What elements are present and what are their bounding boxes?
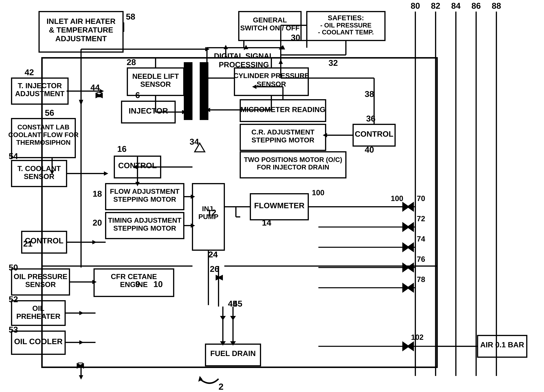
svg-text:32: 32 [329,58,338,68]
svg-text:50: 50 [9,263,18,272]
svg-text:70: 70 [417,194,425,202]
svg-text:FUEL DRAIN: FUEL DRAIN [210,349,256,357]
svg-text:SENSOR: SENSOR [140,80,171,88]
svg-text:FLOWMETER: FLOWMETER [254,201,304,210]
svg-text:ADJUSTMENT: ADJUSTMENT [55,35,107,43]
svg-text:INJECTOR: INJECTOR [129,106,168,115]
svg-text:STEPPING MOTOR: STEPPING MOTOR [113,196,176,203]
svg-text:2: 2 [219,382,224,392]
svg-text:SENSOR: SENSOR [25,281,56,289]
svg-text:76: 76 [417,255,425,263]
svg-text:DIGITAL SIGNAL: DIGITAL SIGNAL [214,52,274,60]
svg-text:AIR 0.1 BAR: AIR 0.1 BAR [480,340,524,349]
svg-text:26: 26 [210,264,219,274]
svg-text:9: 9 [135,279,140,289]
svg-text:STEPPING MOTOR: STEPPING MOTOR [252,136,314,144]
svg-text:NEEDLE LIFT: NEEDLE LIFT [132,72,179,81]
svg-text:84: 84 [451,1,461,10]
svg-text:CONSTANT LAB: CONSTANT LAB [17,123,69,131]
svg-text:80: 80 [411,1,420,10]
svg-text:TWO POSITIONS MOTOR (O/C): TWO POSITIONS MOTOR (O/C) [244,156,342,163]
svg-text:74: 74 [417,235,425,243]
svg-text:OIL PRESSURE: OIL PRESSURE [14,273,67,281]
svg-text:12: 12 [207,208,216,217]
svg-text:100: 100 [312,188,325,197]
svg-text:OIL COOLER: OIL COOLER [14,337,63,346]
svg-text:56: 56 [45,108,54,117]
svg-text:STEPPING MOTOR: STEPPING MOTOR [113,225,176,232]
svg-text:20: 20 [93,218,102,227]
svg-text:72: 72 [417,214,425,223]
svg-text:24: 24 [208,250,218,259]
svg-text:52: 52 [9,294,18,304]
svg-text:THERMOSIPHON: THERMOSIPHON [16,139,71,146]
svg-text:ADJUSTMENT: ADJUSTMENT [15,90,65,98]
svg-text:18: 18 [93,189,102,198]
svg-text:- OIL PRESSURE: - OIL PRESSURE [320,22,372,29]
svg-text:40: 40 [365,145,374,154]
svg-text:102: 102 [411,333,424,341]
svg-text:COOLANT FLOW FOR: COOLANT FLOW FOR [8,131,78,138]
svg-text:ENGINE: ENGINE [120,281,148,289]
svg-rect-201 [184,62,192,120]
svg-text:53: 53 [9,325,18,334]
svg-text:FOR INJECTOR DRAIN: FOR INJECTOR DRAIN [257,163,329,171]
svg-text:- COOLANT TEMP.: - COOLANT TEMP. [318,29,374,36]
svg-text:CFR CETANE: CFR CETANE [111,273,157,281]
svg-text:86: 86 [472,1,481,10]
svg-text:100: 100 [391,194,403,202]
diagram-container: INLET AIR HEATER & TEMPERATURE ADJUSTMEN… [0,0,544,392]
svg-text:T. COOLANT: T. COOLANT [17,165,61,173]
svg-text:42: 42 [25,68,34,77]
svg-text:16: 16 [117,144,127,154]
svg-rect-202 [200,62,208,120]
svg-text:45: 45 [233,299,242,308]
svg-text:38: 38 [365,89,374,99]
svg-text:88: 88 [492,1,501,10]
svg-text:PREHEATER: PREHEATER [16,312,60,320]
svg-text:10: 10 [154,279,163,289]
svg-text:CONTROL: CONTROL [355,130,394,138]
svg-text:54: 54 [9,151,18,161]
svg-text:SENSOR: SENSOR [24,173,54,181]
svg-text:34: 34 [189,137,199,146]
svg-text:C.R. ADJUSTMENT: C.R. ADJUSTMENT [251,128,314,136]
svg-text:SAFETIES:: SAFETIES: [328,14,364,22]
svg-text:6: 6 [135,90,140,100]
svg-text:& TEMPERATURE: & TEMPERATURE [49,26,113,34]
svg-text:FLOW ADJUSTMENT: FLOW ADJUSTMENT [110,188,180,195]
svg-text:28: 28 [127,58,136,67]
svg-text:82: 82 [431,1,440,10]
svg-text:INLET AIR HEATER: INLET AIR HEATER [47,17,116,25]
svg-text:TIMING ADJUSTMENT: TIMING ADJUSTMENT [108,216,182,224]
svg-text:GENERAL: GENERAL [253,16,287,24]
svg-text:14: 14 [262,218,271,227]
svg-text:T. INJECTOR: T. INJECTOR [18,82,62,90]
svg-text:78: 78 [417,275,425,283]
svg-text:58: 58 [126,12,135,21]
svg-text:21: 21 [23,239,33,248]
